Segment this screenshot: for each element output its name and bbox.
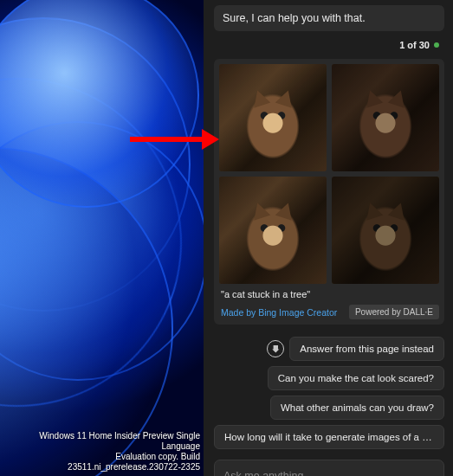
watermark-line1: Windows 11 Home Insider Preview Single L… — [0, 431, 200, 452]
response-counter: 1 of 30 — [214, 31, 444, 59]
bot-message: Sure, I can help you with that. — [214, 5, 444, 31]
generated-image-1[interactable] — [219, 64, 327, 171]
image-result-card: "a cat stuck in a tree" Made by Bing Ima… — [214, 59, 444, 325]
generated-image-4[interactable] — [332, 177, 439, 284]
suggestion-chip-3[interactable]: How long will it take to generate images… — [214, 425, 444, 449]
chat-panel: Sure, I can help you with that. 1 of 30 … — [204, 0, 453, 476]
watermark-line2: Evaluation copy. Build 23511.ni_prerelea… — [0, 452, 200, 473]
suggestion-list: Answer from this page instead Can you ma… — [214, 337, 444, 449]
suggestion-chip-1[interactable]: Can you make the cat look scared? — [268, 366, 444, 390]
powered-by-badge: Powered by DALL·E — [349, 305, 439, 319]
image-grid — [219, 64, 439, 284]
generated-image-2[interactable] — [332, 64, 439, 171]
bloom-graphic — [0, 0, 204, 476]
chat-input[interactable] — [223, 470, 435, 476]
annotation-arrow — [130, 137, 204, 142]
counter-text: 1 of 30 — [399, 40, 430, 50]
image-prompt-caption: "a cat stuck in a tree" — [219, 289, 439, 299]
page-answer-button[interactable]: Answer from this page instead — [289, 337, 444, 361]
image-creator-link[interactable]: Made by Bing Image Creator — [221, 307, 337, 318]
windows-watermark: Windows 11 Home Insider Preview Single L… — [0, 431, 204, 473]
chat-input-area[interactable]: 0/2000 — [214, 460, 444, 476]
generated-image-3[interactable] — [219, 177, 327, 284]
bot-message-text: Sure, I can help you with that. — [223, 12, 366, 24]
status-dot-icon — [434, 42, 439, 48]
desktop-wallpaper: Windows 11 Home Insider Preview Single L… — [0, 0, 204, 476]
suggestion-chip-2[interactable]: What other animals can you draw? — [270, 396, 444, 420]
page-answer-icon — [267, 340, 284, 357]
